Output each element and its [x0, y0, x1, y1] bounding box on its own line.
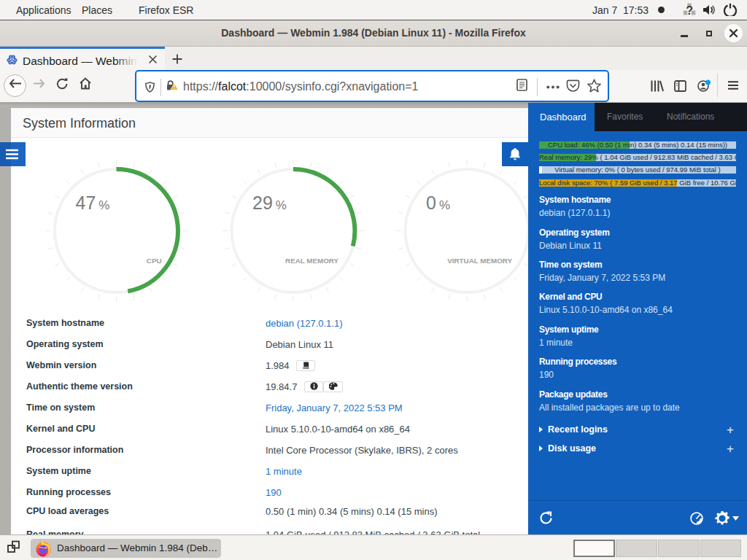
- svg-text:47%: 47%: [76, 192, 110, 213]
- svg-text:0%: 0%: [426, 192, 450, 213]
- svg-text:?: ?: [686, 4, 693, 17]
- svg-text:CPU: CPU: [147, 257, 162, 265]
- svg-text:VIRTUAL MEMORY: VIRTUAL MEMORY: [447, 257, 512, 265]
- svg-text:29%: 29%: [252, 192, 287, 213]
- svg-text:REAL MEMORY: REAL MEMORY: [285, 257, 338, 265]
